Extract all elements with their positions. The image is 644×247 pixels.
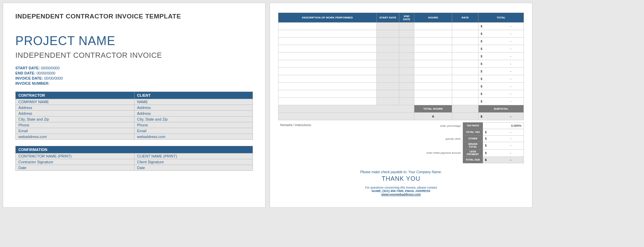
invoice-page-1: INDEPENDENT CONTRACTOR INVOICE TEMPLATE … xyxy=(3,3,266,208)
meta-end-date: END DATE: 00/00/0000 xyxy=(15,71,253,75)
contractor-row: City, State and Zip xyxy=(16,116,134,122)
work-table-header: DESCRIPTION OF WORK PERFORMED xyxy=(278,13,377,23)
subtotal-label: SUBTOTAL xyxy=(478,105,524,113)
invoice-footer: Please make check payable to: Your Compa… xyxy=(278,170,524,196)
client-row: Email xyxy=(134,128,253,134)
contractor-row: Address xyxy=(16,111,134,116)
footer-thanks: THANK YOU xyxy=(278,175,524,182)
meta-invoice-date: INVOICE DATE: 00/00/0000 xyxy=(15,76,253,80)
footer-payable: Please make check payable to: Your Compa… xyxy=(278,170,524,174)
value-total-due: $- xyxy=(483,157,524,163)
meta-invoice-number: INVOICE NUMBER: xyxy=(15,81,253,85)
contractor-row: webaddress.com xyxy=(16,134,134,140)
work-table-header: START DATE xyxy=(376,13,399,23)
hint-less: enter initial payment amount xyxy=(387,149,463,157)
value-total-tax: $- xyxy=(483,129,524,136)
label-grand-total: GRAND TOTAL xyxy=(463,142,483,150)
value-less-payment: $- xyxy=(483,149,524,157)
footer-web-link[interactable]: www.yourwebaddress.com xyxy=(381,193,421,196)
confirmation-header: CONFIRMATION xyxy=(16,146,253,153)
confirmation-left: Contractor Signature xyxy=(16,159,134,165)
work-row: $- xyxy=(278,98,524,105)
contractor-client-table: CONTRACTOR CLIENT COMPANY NAMENAMEAddres… xyxy=(15,92,253,140)
remarks-label: Remarks / Instructions: xyxy=(278,123,387,129)
confirmation-left: CONTRACTOR NAME (PRINT) xyxy=(16,153,134,159)
work-table-header: HOURS xyxy=(414,13,452,23)
total-hours-label: TOTAL HOURS xyxy=(414,105,452,113)
meta-start-date: START DATE: 00/00/0000 xyxy=(15,66,253,70)
subtotal-value: $ - xyxy=(478,113,524,120)
contractor-row: Address xyxy=(16,105,134,111)
client-row: City, State and Zip xyxy=(134,116,253,122)
work-table-header: TOTAL xyxy=(478,13,524,23)
template-title: INDEPENDENT CONTRACTOR INVOICE TEMPLATE xyxy=(15,13,253,20)
confirmation-table: CONFIRMATION CONTRACTOR NAME (PRINT)CLIE… xyxy=(15,146,253,171)
work-row: $- xyxy=(278,23,524,30)
work-row: $- xyxy=(278,38,524,45)
contractor-row: COMPANY NAME xyxy=(16,99,134,105)
hint-tax: enter percentage xyxy=(387,123,463,129)
total-hours-value: 0 xyxy=(414,113,452,120)
work-table-header: END DATE xyxy=(399,13,414,23)
work-row: $- xyxy=(278,68,524,75)
totals-block: Remarks / Instructions: enter percentage… xyxy=(278,122,524,163)
contractor-row: Email xyxy=(16,128,134,134)
confirmation-right: Date xyxy=(134,165,253,171)
confirmation-right: CLIENT NAME (PRINT) xyxy=(134,153,253,159)
invoice-subtitle: INDEPENDENT CONTRACTOR INVOICE xyxy=(15,51,253,60)
work-row: $- xyxy=(278,60,524,68)
work-table-header: RATE xyxy=(452,13,478,23)
confirmation-right: Client Signature xyxy=(134,159,253,165)
work-row: $- xyxy=(278,53,524,60)
value-tax-rate: 0.000% xyxy=(483,123,524,129)
client-row: Address xyxy=(134,105,253,111)
contractor-header: CONTRACTOR xyxy=(16,92,134,99)
label-total-due: TOTAL DUE xyxy=(463,157,483,163)
label-tax-rate: TAX RATE xyxy=(463,123,483,129)
work-row: $- xyxy=(278,30,524,38)
invoice-page-2: DESCRIPTION OF WORK PERFORMEDSTART DATEE… xyxy=(270,3,532,208)
hint-other: specify other xyxy=(387,136,463,142)
label-other: OTHER xyxy=(463,136,483,142)
work-row: $- xyxy=(278,90,524,98)
client-header: CLIENT xyxy=(134,92,253,99)
client-row: webaddress.com xyxy=(134,134,253,140)
work-performed-table: DESCRIPTION OF WORK PERFORMEDSTART DATEE… xyxy=(278,13,524,120)
work-row: $- xyxy=(278,75,524,83)
confirmation-left: Date xyxy=(16,165,134,171)
work-row: $- xyxy=(278,83,524,90)
client-row: Address xyxy=(134,111,253,116)
value-grand-total: $- xyxy=(483,142,524,150)
client-row: Phone xyxy=(134,122,253,128)
contractor-row: Phone xyxy=(16,122,134,128)
footer-contact-line: NAME, (321) 456-7890, EMAIL ADDRESS xyxy=(278,189,524,193)
value-other: $- xyxy=(483,136,524,142)
label-total-tax: TOTAL TAX xyxy=(463,129,483,136)
footer-contact-intro: For questions concerning this invoice, p… xyxy=(278,186,524,189)
label-less-payment: LESS PAYMENT xyxy=(463,149,483,157)
project-name: PROJECT NAME xyxy=(15,34,253,48)
client-row: NAME xyxy=(134,99,253,105)
work-row: $- xyxy=(278,45,524,53)
